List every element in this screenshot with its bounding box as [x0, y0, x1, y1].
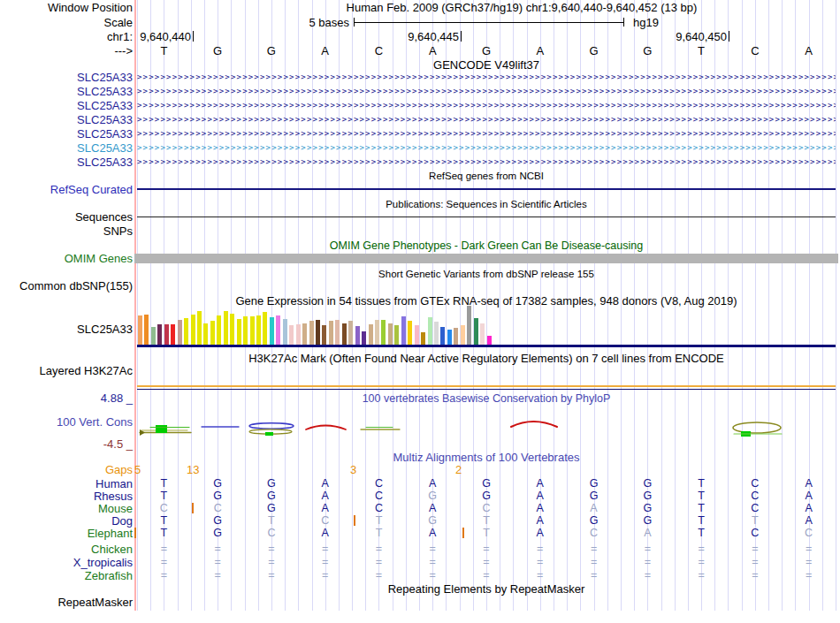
gtex-tissue-bar[interactable]	[408, 321, 412, 345]
refseq-ncbi-title[interactable]: RefSeq genes from NCBI	[137, 171, 836, 181]
gtex-tissue-bar[interactable]	[283, 319, 287, 345]
gtex-tissue-bar[interactable]	[151, 327, 156, 345]
gencode-transcript-label[interactable]: SLC25A33	[77, 99, 133, 112]
gtex-tissue-bar[interactable]	[474, 318, 478, 345]
species-label[interactable]: Zebrafish	[85, 569, 133, 582]
species-label[interactable]: Rhesus	[94, 490, 133, 503]
gtex-tissue-bar[interactable]	[322, 325, 326, 345]
gtex-tissue-bar[interactable]	[428, 317, 432, 345]
dbsnp-label[interactable]: Common dbSNP(155)	[19, 279, 133, 293]
gtex-tissue-bar[interactable]	[164, 324, 169, 345]
gtex-tissue-bar[interactable]	[355, 326, 360, 345]
omim-genes-label[interactable]: OMIM Genes	[65, 252, 133, 265]
gtex-tissue-bar[interactable]	[401, 316, 406, 345]
gtex-tissue-bar[interactable]	[335, 320, 340, 345]
h3k27ac-track-title[interactable]: H3K27Ac Mark (Often Found Near Active Re…	[137, 352, 836, 365]
gtex-tissue-bar[interactable]	[362, 331, 366, 345]
gencode-transcript-arrows[interactable]: >>>>>>>>>>>>>>>>>>>>>>>>>>>>>>>>>>>>>>>>…	[137, 130, 836, 138]
gtex-tissue-bar[interactable]	[487, 336, 492, 345]
gencode-transcript-arrows[interactable]: >>>>>>>>>>>>>>>>>>>>>>>>>>>>>>>>>>>>>>>>…	[137, 116, 836, 124]
sequences-label[interactable]: Sequences	[75, 210, 133, 224]
species-label[interactable]: Chicken	[91, 543, 133, 556]
gencode-transcript-label[interactable]: SLC25A33	[77, 127, 133, 141]
gencode-transcript-label[interactable]: SLC25A33	[77, 113, 133, 126]
gtex-tissue-bar[interactable]	[171, 324, 175, 345]
gtex-tissue-bar[interactable]	[263, 312, 267, 345]
gencode-track-title[interactable]: GENCODE V49lift37	[137, 58, 836, 72]
h3k27ac-label[interactable]: Layered H3K27Ac	[39, 364, 133, 377]
gtex-tissue-bar[interactable]	[157, 324, 162, 345]
gtex-tissue-bar[interactable]	[467, 306, 471, 345]
gtex-tissue-bar[interactable]	[309, 321, 314, 345]
gtex-tissue-bar[interactable]	[434, 322, 439, 345]
gtex-tissue-bar[interactable]	[289, 325, 294, 345]
gtex-tissue-bar[interactable]	[237, 319, 241, 345]
gencode-transcript-label[interactable]: SLC25A33	[77, 156, 133, 169]
gencode-transcript-arrows[interactable]: >>>>>>>>>>>>>>>>>>>>>>>>>>>>>>>>>>>>>>>>…	[137, 73, 836, 81]
gencode-transcript-label[interactable]: SLC25A33	[77, 141, 133, 155]
gtex-tissue-bar[interactable]	[270, 317, 274, 345]
species-label[interactable]: Dog	[111, 514, 133, 528]
gtex-tissue-bar[interactable]	[342, 323, 347, 345]
gtex-tissue-bar[interactable]	[440, 327, 445, 345]
gtex-tissue-bar[interactable]	[480, 323, 485, 345]
gtex-tissue-bar[interactable]	[388, 323, 393, 345]
gtex-tissue-bar[interactable]	[316, 320, 320, 345]
gtex-tissue-bar[interactable]	[224, 311, 228, 345]
gtex-tissue-bar[interactable]	[250, 316, 255, 345]
gtex-tissue-bar[interactable]	[138, 315, 142, 345]
gtex-tissue-bar[interactable]	[421, 332, 425, 345]
gtex-tissue-bar[interactable]	[296, 324, 301, 345]
gtex-tissue-bar[interactable]	[454, 328, 458, 345]
gtex-tissue-bar[interactable]	[276, 315, 280, 345]
gtex-tissue-bar[interactable]	[447, 330, 452, 345]
refseq-curated-label[interactable]: RefSeq Curated	[50, 183, 133, 196]
snps-label[interactable]: SNPs	[103, 224, 133, 238]
gencode-transcript-label[interactable]: SLC25A33	[77, 71, 133, 84]
gtex-tissue-bar[interactable]	[415, 325, 419, 345]
gtex-tissue-bar[interactable]	[217, 315, 221, 345]
gtex-tissue-bar[interactable]	[375, 320, 379, 345]
species-label[interactable]: Elephant	[88, 527, 133, 540]
gtex-tissue-bar[interactable]	[243, 316, 248, 345]
omim-track-title[interactable]: OMIM Gene Phenotypes - Dark Green Can Be…	[137, 239, 836, 252]
multiz-track-title[interactable]: Multiz Alignments of 100 Vertebrates	[137, 451, 836, 464]
publications-title[interactable]: Publications: Sequences in Scientific Ar…	[137, 199, 836, 209]
gtex-tissue-bar[interactable]	[197, 311, 202, 345]
sequences-line[interactable]	[137, 217, 836, 217]
gtex-tissue-bar[interactable]	[394, 325, 399, 345]
repeatmasker-title[interactable]: Repeating Elements by RepeatMasker	[137, 582, 836, 596]
phylop-label[interactable]: 100 Vert. Cons	[57, 415, 133, 429]
gtex-tissue-bar[interactable]	[203, 323, 208, 345]
gtex-tissue-bar[interactable]	[461, 325, 465, 345]
repeatmasker-label[interactable]: RepeatMasker	[57, 596, 133, 609]
gtex-tissue-bar[interactable]	[329, 321, 333, 345]
species-label[interactable]: X_tropicalis	[73, 556, 133, 569]
gencode-transcript-arrows[interactable]: >>>>>>>>>>>>>>>>>>>>>>>>>>>>>>>>>>>>>>>>…	[137, 102, 836, 110]
dbsnp-track-title[interactable]: Short Genetic Variants from dbSNP releas…	[137, 269, 836, 279]
gtex-tissue-bar[interactable]	[210, 321, 215, 345]
gtex-tissue-bar[interactable]	[381, 320, 386, 345]
gtex-tissue-bar[interactable]	[144, 315, 149, 345]
h3k27ac-signal-line[interactable]	[137, 385, 836, 388]
gtex-tissue-bar[interactable]	[191, 315, 195, 345]
alignment-base: T	[137, 514, 190, 527]
gtex-tissue-bar[interactable]	[348, 321, 353, 345]
gtex-tissue-bar[interactable]	[302, 323, 307, 345]
gencode-transcript-arrows[interactable]: >>>>>>>>>>>>>>>>>>>>>>>>>>>>>>>>>>>>>>>>…	[137, 158, 836, 166]
refseq-curated-line[interactable]	[137, 188, 836, 190]
gtex-tissue-bar[interactable]	[256, 315, 261, 345]
omim-gene-bar[interactable]	[134, 254, 838, 263]
gencode-transcript-arrows[interactable]: >>>>>>>>>>>>>>>>>>>>>>>>>>>>>>>>>>>>>>>>…	[137, 144, 836, 152]
gtex-tissue-bar[interactable]	[178, 320, 182, 345]
phylop-track-title[interactable]: 100 vertebrates Basewise Conservation by…	[137, 392, 836, 405]
gtex-tissue-bar[interactable]	[369, 324, 373, 345]
gtex-tissue-bar[interactable]	[230, 314, 234, 345]
gtex-track-title[interactable]: Gene Expression in 54 tissues from GTEx …	[137, 294, 836, 308]
gencode-transcript-arrows[interactable]: >>>>>>>>>>>>>>>>>>>>>>>>>>>>>>>>>>>>>>>>…	[137, 87, 836, 95]
species-label[interactable]: Human	[95, 477, 133, 490]
gtex-tissue-bar[interactable]	[184, 318, 188, 345]
gtex-gene-label[interactable]: SLC25A33	[77, 323, 133, 336]
gencode-transcript-label[interactable]: SLC25A33	[77, 85, 133, 98]
species-label[interactable]: Mouse	[98, 502, 133, 515]
